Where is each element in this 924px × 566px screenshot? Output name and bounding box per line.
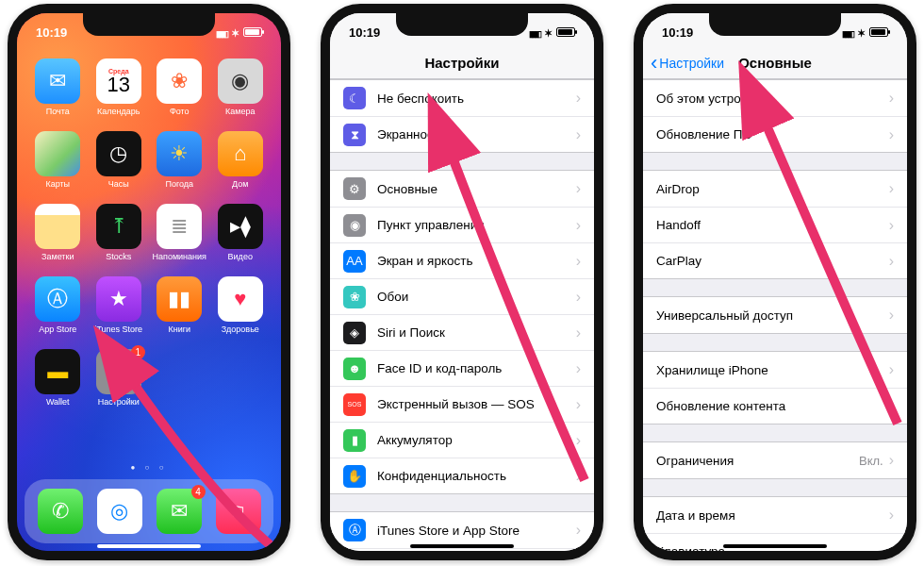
app-camera[interactable]: ◉Камера	[213, 58, 269, 116]
chevron-icon: ›	[889, 507, 894, 524]
sos-icon: SOS	[343, 393, 366, 416]
app-home[interactable]: ⌂Дом	[213, 131, 269, 189]
appstore-icon: Ⓐ	[35, 276, 80, 322]
row-value: Вкл.	[859, 454, 883, 468]
row-siri[interactable]: ◈Siri и Поиск›	[330, 314, 594, 350]
row-faceid[interactable]: ☻Face ID и код-пароль›	[330, 350, 594, 386]
notes-icon	[35, 204, 80, 249]
list-group: Об этом устройстве›Обновление ПО›	[643, 79, 907, 153]
row-airdrop[interactable]: AirDrop›	[643, 171, 907, 207]
row-sos[interactable]: SOSЭкстренный вызов — SOS›	[330, 386, 594, 422]
home-icon: ⌂	[218, 131, 263, 176]
app-photos[interactable]: ❀Фото	[152, 58, 207, 116]
row-restrictions[interactable]: ОграниченияВкл.›	[643, 442, 907, 478]
dock: ✆◎✉︎4♫	[25, 479, 273, 543]
app-stocks[interactable]: ⤒Stocks	[91, 204, 147, 261]
row-label: Об этом устройстве	[656, 92, 889, 106]
app-appstore[interactable]: ⒶApp Store	[30, 276, 86, 334]
dock-music[interactable]: ♫	[216, 489, 261, 534]
app-reminders[interactable]: ≣Напоминания	[152, 204, 207, 261]
row-datetime[interactable]: Дата и время›	[643, 497, 907, 533]
badge: 1	[131, 345, 145, 359]
row-handoff[interactable]: Handoff›	[643, 207, 907, 242]
app-settings[interactable]: ⚙︎1Настройки	[91, 349, 147, 407]
row-label: Конфиденциальность	[377, 469, 576, 483]
row-screentime[interactable]: ⧗Экранное имя›	[330, 116, 594, 152]
list-group: ☾Не беспокоить›⧗Экранное имя›	[330, 79, 594, 153]
screentime-icon: ⧗	[343, 124, 366, 146]
app-clock[interactable]: ◷Часы	[91, 131, 147, 189]
app-label: Напоминания	[153, 252, 206, 261]
phone-general: 10:19 Настройки Основные Об этом устройс…	[634, 4, 916, 560]
dnd-icon: ☾	[343, 87, 366, 109]
general-list[interactable]: Об этом устройстве›Обновление ПО›AirDrop…	[643, 79, 907, 551]
app-label: Wallet	[46, 397, 70, 407]
settings-list[interactable]: ☾Не беспокоить›⧗Экранное имя›⚙︎Основные›…	[330, 79, 594, 551]
app-itunes[interactable]: ★iTunes Store	[91, 276, 147, 334]
chevron-icon: ›	[576, 126, 581, 143]
row-itunes-appstore[interactable]: ⒶiTunes Store и App Store›	[330, 512, 594, 548]
chevron-icon: ›	[889, 398, 894, 415]
status-time: 10:19	[36, 25, 67, 40]
row-software-update[interactable]: Обновление ПО›	[643, 116, 907, 152]
settings-icon: ⚙︎1	[96, 349, 141, 394]
chevron-icon: ›	[576, 360, 581, 377]
privacy-icon: ✋	[343, 465, 366, 488]
back-button[interactable]: Настройки	[651, 56, 724, 71]
row-dnd[interactable]: ☾Не беспокоить›	[330, 80, 594, 116]
mail-icon: ✉︎	[35, 58, 80, 104]
row-storage[interactable]: Хранилище iPhone›	[643, 352, 907, 388]
app-label: Заметки	[41, 252, 74, 261]
row-controlcenter[interactable]: ◉Пункт управления›	[330, 207, 594, 242]
itunes-appstore-icon: Ⓐ	[343, 519, 366, 541]
row-label: Обновление ПО	[656, 127, 889, 142]
row-accessibility[interactable]: Универсальный доступ›	[643, 297, 907, 333]
chevron-icon: ›	[576, 289, 581, 306]
battery-icon	[243, 27, 262, 37]
chevron-icon: ›	[889, 452, 894, 469]
chevron-icon: ›	[576, 325, 581, 341]
row-label: Ограничения	[656, 454, 859, 468]
app-videos[interactable]: ▸⧫Видео	[213, 204, 269, 261]
maps-icon	[35, 131, 80, 176]
row-carplay[interactable]: CarPlay›	[643, 242, 907, 278]
chevron-icon: ›	[889, 361, 894, 378]
dock-phone[interactable]: ✆	[38, 489, 83, 534]
row-label: Face ID и код-пароль	[377, 361, 576, 375]
row-battery[interactable]: ▮Аккумулятор›	[330, 422, 594, 458]
app-label: Почта	[46, 107, 70, 116]
app-notes[interactable]: Заметки	[30, 204, 86, 261]
dock-messages[interactable]: ✉︎4	[157, 489, 202, 534]
app-wallet[interactable]: ▬Wallet	[30, 349, 86, 407]
app-weather[interactable]: ☀︎Погода	[152, 131, 207, 189]
notch	[83, 13, 215, 36]
chevron-icon: ›	[576, 468, 581, 485]
nav-title: Основные	[738, 55, 812, 71]
app-maps[interactable]: Карты	[30, 131, 86, 189]
chevron-icon: ›	[889, 90, 894, 107]
app-label: iTunes Store	[94, 325, 142, 334]
row-wallpaper[interactable]: ❀Обои›	[330, 278, 594, 314]
chevron-icon: ›	[889, 307, 894, 324]
app-label: Часы	[108, 179, 129, 189]
row-wallet-pay[interactable]: ▬Wallet и Apple Pay›	[330, 548, 594, 551]
display-icon: AA	[343, 250, 366, 273]
app-books[interactable]: ▮▮Книги	[152, 276, 207, 334]
wifi-icon	[231, 25, 239, 40]
row-keyboard[interactable]: Клавиатура›	[643, 533, 907, 551]
row-display[interactable]: AAЭкран и яркость›	[330, 242, 594, 278]
app-label: Фото	[170, 107, 190, 116]
app-calendar[interactable]: Среда13Календарь	[91, 58, 147, 116]
signal-icon	[529, 25, 540, 40]
app-mail[interactable]: ✉︎Почта	[30, 58, 86, 116]
photos-icon: ❀	[157, 58, 202, 104]
dock-safari[interactable]: ◎	[97, 489, 142, 534]
chevron-icon: ›	[576, 217, 581, 234]
row-background-refresh[interactable]: Обновление контента›	[643, 388, 907, 424]
app-health[interactable]: ♥︎Здоровье	[213, 276, 269, 334]
books-icon: ▮▮	[157, 276, 202, 322]
row-privacy[interactable]: ✋Конфиденциальность›	[330, 458, 594, 493]
row-general[interactable]: ⚙︎Основные›	[330, 171, 594, 207]
battery-icon	[556, 27, 575, 37]
row-about[interactable]: Об этом устройстве›	[643, 80, 907, 116]
